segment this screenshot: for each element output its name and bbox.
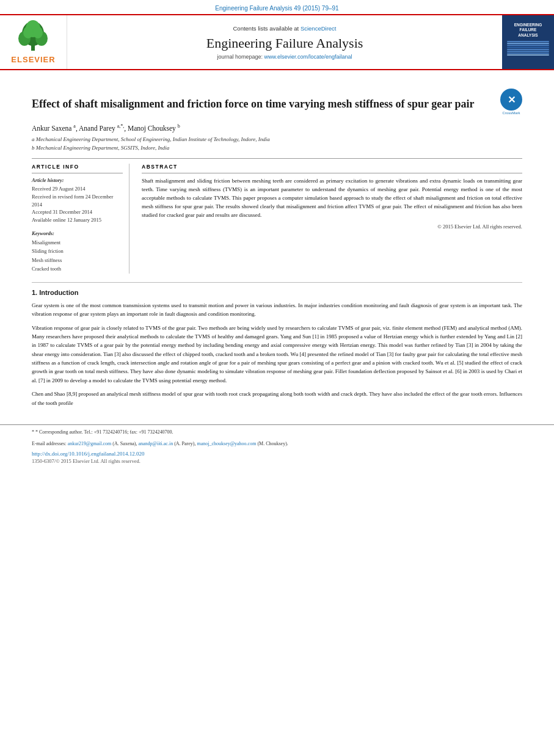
crossmark-circle: ✕ [500, 89, 522, 111]
sciencedirect-line: Contents lists available at ScienceDirec… [233, 25, 337, 32]
homepage-line: journal homepage: www.elsevier.com/locat… [217, 54, 352, 60]
cover-decoration [507, 40, 549, 56]
section-divider [32, 282, 522, 283]
keyword-cracked-tooth: Cracked tooth [32, 264, 123, 273]
revised-date: Received in revised form 24 December 201… [32, 193, 123, 209]
email1-name: (A. Saxena), [112, 441, 137, 446]
keyword-sliding-friction: Sliding friction [32, 247, 123, 255]
journal-reference: Engineering Failure Analysis 49 (2015) 7… [215, 5, 338, 12]
keyword-misalignment: Misalignment [32, 238, 123, 247]
keywords-section: Keywords: Misalignment Sliding friction … [32, 230, 123, 274]
email2[interactable]: anandp@iiti.ac.in [138, 441, 173, 446]
email2-name: (A. Parey), [174, 441, 195, 446]
elsevier-tree-icon [15, 20, 51, 54]
intro-para1: Gear system is one of the most common tr… [32, 301, 522, 319]
article-history-label: Article history: [32, 177, 123, 183]
authors-line: Ankur Saxena a, Anand Parey a,*,, Manoj … [32, 123, 522, 132]
corresponding-text: * Corresponding author. Tel.: +91 732424… [35, 429, 173, 435]
elsevier-brand-text: ELSEVIER [11, 55, 55, 64]
issn-line: 1350-6307/© 2015 Elsevier Ltd. All right… [32, 458, 522, 464]
abstract-column: ABSTRACT Shaft misalignment and sliding … [142, 164, 522, 274]
keywords-label: Keywords: [32, 230, 123, 236]
keyword-mesh-stiffness: Mesh stiffness [32, 256, 123, 264]
sciencedirect-link[interactable]: ScienceDirect [301, 25, 337, 32]
main-content: Effect of shaft misalignment and frictio… [0, 70, 554, 418]
affiliation-b: b Mechanical Engineering Department, SGS… [32, 144, 522, 153]
journal-header: ELSEVIER Contents lists available at Sci… [0, 14, 554, 70]
article-info-column: ARTICLE INFO Article history: Received 2… [32, 164, 129, 274]
cover-title: ENGINEERING FAILURE ANALYSIS [514, 23, 542, 38]
accepted-date: Accepted 31 December 2014 [32, 208, 123, 216]
email-line: E-mail addresses: ankur219@gmail.com (A.… [32, 440, 522, 448]
intro-para2: Vibration response of gear pair is close… [32, 324, 522, 385]
journal-cover: ENGINEERING FAILURE ANALYSIS [505, 21, 551, 64]
elsevier-logo-area: ELSEVIER [0, 15, 67, 69]
affiliations: a Mechanical Engineering Department, Sch… [32, 136, 522, 152]
corresponding-note: * * Corresponding author. Tel.: +91 7324… [32, 429, 522, 437]
affiliation-a: a Mechanical Engineering Department, Sch… [32, 136, 522, 144]
svg-point-5 [23, 26, 33, 38]
introduction-heading: 1. Introduction [32, 289, 522, 296]
email3[interactable]: manoj_chouksey@yahoo.com [197, 441, 256, 446]
email-label: E-mail addresses: [32, 441, 67, 446]
available-date: Available online 12 January 2015 [32, 216, 123, 224]
article-title: Effect of shaft misalignment and frictio… [32, 97, 493, 111]
abstract-divider [142, 173, 522, 173]
journal-cover-area: ENGINEERING FAILURE ANALYSIS [502, 15, 554, 69]
article-info-heading: ARTICLE INFO [32, 164, 123, 170]
page: Engineering Failure Analysis 49 (2015) 7… [0, 0, 554, 756]
elsevier-logo: ELSEVIER [11, 20, 55, 64]
email3-name: (M. Chouksey). [257, 441, 288, 446]
journal-title: Engineering Failure Analysis [206, 35, 363, 51]
received-date: Received 29 August 2014 [32, 185, 123, 193]
homepage-url[interactable]: www.elsevier.com/locate/engfailanal [264, 54, 352, 60]
homepage-label: journal homepage: [217, 54, 263, 60]
info-divider [32, 173, 123, 173]
crossmark-badge[interactable]: ✕ CrossMark [500, 89, 522, 115]
abstract-text: Shaft misalignment and sliding friction … [142, 177, 522, 220]
doi-line[interactable]: http://dx.doi.org/10.1016/j.engfailanal.… [32, 451, 522, 457]
title-area: Effect of shaft misalignment and frictio… [32, 86, 522, 117]
info-abstract-section: ARTICLE INFO Article history: Received 2… [32, 158, 522, 274]
abstract-heading: ABSTRACT [142, 164, 522, 170]
svg-point-6 [33, 26, 43, 38]
email1[interactable]: ankur219@gmail.com [68, 441, 112, 446]
contents-text: Contents lists available at [233, 25, 299, 32]
journal-reference-line: Engineering Failure Analysis 49 (2015) 7… [0, 0, 554, 14]
crossmark-label: CrossMark [500, 111, 522, 115]
journal-header-center: Contents lists available at ScienceDirec… [67, 15, 502, 69]
intro-para3: Chen and Shao [8,9] proposed an analytic… [32, 390, 522, 407]
crossmark-symbol: ✕ [508, 94, 516, 106]
abstract-copyright: © 2015 Elsevier Ltd. All rights reserved… [142, 224, 522, 230]
footer-area: * * Corresponding author. Tel.: +91 7324… [0, 424, 554, 464]
